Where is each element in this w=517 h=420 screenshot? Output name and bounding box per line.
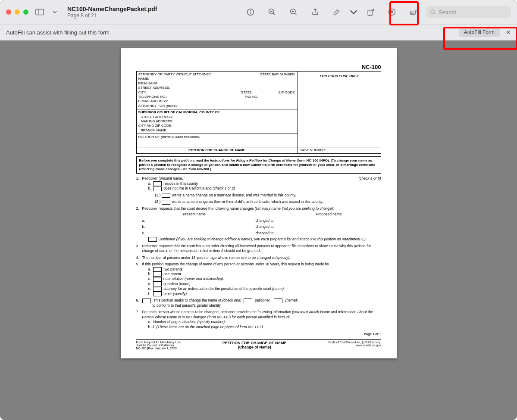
svg-point-17 [414, 13, 414, 13]
form-number: NC-100 [136, 64, 381, 70]
window-controls [6, 9, 28, 15]
petition-of-hint: (name of each petitioner): [161, 135, 200, 139]
info-button[interactable] [242, 5, 259, 19]
markup-button[interactable] [383, 5, 401, 19]
name-label: NAME: [138, 77, 296, 81]
checkbox[interactable] [153, 287, 162, 292]
court-use-only: FOR COURT USE ONLY [300, 74, 379, 78]
present-name-header: Present name [142, 212, 247, 217]
search-placeholder: Search [439, 9, 456, 16]
instruction-box: Before you complete this petition, read … [136, 156, 381, 174]
attorney-for-label: ATTORNEY FOR (name): [138, 104, 296, 108]
case-number-label: CASE NUMBER: [298, 147, 381, 154]
autofill-close-button[interactable]: ✕ [506, 29, 511, 36]
court-heading: SUPERIOR COURT OF CALIFORNIA, COUNTY OF [138, 110, 296, 115]
checkbox[interactable] [148, 237, 157, 242]
svg-line-6 [273, 13, 275, 15]
preview-window: NC100-NameChangePacket.pdf Page 8 of 21 … [0, 0, 517, 420]
court-mailing: MAILING ADDRESS: [141, 119, 296, 124]
document-title: NC100-NameChangePacket.pdf [67, 6, 157, 12]
form-fill-button[interactable] [405, 5, 422, 19]
city-label: CITY: [138, 90, 147, 95]
autofill-bar: AutoFill can assist with filling out thi… [0, 25, 517, 40]
title-bar: NC100-NameChangePacket.pdf Page 8 of 21 … [0, 0, 517, 25]
svg-point-15 [411, 13, 412, 13]
svg-point-4 [251, 10, 251, 11]
checkbox[interactable] [162, 193, 170, 198]
pdf-page: NC-100 ATTORNEY OR PARTY WITHOUT ATTORNE… [121, 48, 397, 358]
highlight-button[interactable] [328, 5, 345, 19]
petition-items: 1. Petitioner (present name): (check a o… [136, 176, 381, 330]
zip-label: ZIP CODE: [279, 90, 296, 95]
page-indicator: Page 8 of 21 [67, 12, 157, 19]
fax-label: FAX NO.: [245, 95, 260, 99]
checkbox[interactable] [153, 272, 162, 277]
autofill-message: AutoFill can assist with filling out thi… [6, 29, 111, 36]
checkbox[interactable] [162, 200, 170, 205]
caption-table: ATTORNEY OR PARTY WITHOUT ATTORNEY STATE… [136, 71, 381, 154]
sidebar-menu-chevron-icon[interactable] [51, 10, 59, 14]
page-number: Page 1 of 1 [136, 332, 381, 336]
form-footer: Form Adopted for Mandatory Use Judicial … [136, 339, 381, 350]
svg-point-16 [412, 13, 413, 13]
checkbox[interactable] [153, 277, 162, 282]
svg-rect-14 [410, 11, 416, 15]
fullscreen-window-button[interactable] [23, 9, 28, 15]
court-cityzip: CITY AND ZIP CODE: [138, 124, 296, 128]
court-street: STREET ADDRESS: [141, 115, 296, 119]
state-bar-label: STATE BAR NUMBER: [260, 72, 295, 77]
svg-rect-0 [36, 9, 44, 15]
search-field[interactable]: Search [426, 6, 511, 18]
sidebar-toggle-button[interactable] [33, 6, 47, 18]
zoom-in-button[interactable] [285, 5, 302, 19]
tel-label: TELEPHONE NO.: [138, 95, 167, 99]
autofill-button[interactable]: AutoFill Form [459, 28, 500, 37]
svg-line-9 [295, 13, 297, 15]
zoom-out-button[interactable] [263, 5, 281, 19]
petition-of-label: PETITION OF [138, 135, 160, 139]
rotate-button[interactable] [362, 5, 379, 19]
attorney-header: ATTORNEY OR PARTY WITHOUT ATTORNEY [138, 72, 211, 77]
search-icon [430, 9, 436, 15]
minimize-window-button[interactable] [15, 9, 20, 15]
proposed-name-header: Proposed name [277, 212, 381, 217]
item-3: Petitioner requests that the court issue… [142, 244, 381, 254]
document-title-block: NC100-NameChangePacket.pdf Page 8 of 21 [67, 6, 157, 19]
checkbox[interactable] [153, 267, 162, 272]
street-label: STREET ADDRESS: [138, 86, 296, 90]
highlight-menu-chevron-icon[interactable] [350, 5, 357, 19]
checkbox[interactable] [142, 299, 151, 303]
state-label: STATE: [241, 90, 253, 95]
checkbox[interactable] [153, 181, 162, 186]
document-viewport[interactable]: NC-100 ATTORNEY OR PARTY WITHOUT ATTORNE… [0, 40, 517, 420]
firm-label: FIRM NAME: [138, 81, 296, 86]
email-label: E-MAIL ADDRESS: [138, 99, 296, 103]
checkbox[interactable] [153, 282, 162, 286]
checkbox[interactable] [244, 299, 252, 303]
svg-point-18 [431, 10, 434, 13]
checkbox[interactable] [274, 299, 282, 303]
court-branch: BRANCH NAME: [141, 128, 296, 133]
close-window-button[interactable] [6, 9, 11, 15]
checkbox[interactable] [153, 292, 162, 296]
svg-line-19 [434, 13, 435, 14]
petition-title: PETITION FOR CHANGE OF NAME [136, 147, 298, 154]
share-button[interactable] [307, 5, 324, 19]
checkbox[interactable] [153, 187, 162, 191]
svg-rect-12 [368, 10, 372, 16]
